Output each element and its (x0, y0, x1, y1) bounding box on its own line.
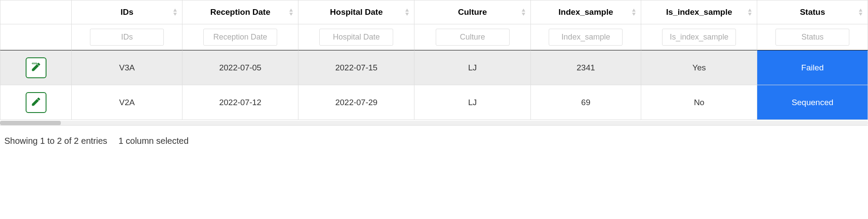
edit-button[interactable] (26, 92, 46, 113)
header-label: Is_index_sample (666, 7, 732, 17)
header-label: IDs (120, 7, 133, 17)
filter-row (0, 24, 868, 50)
cell-status[interactable]: Failed (757, 50, 868, 85)
header-label: Index_sample (559, 7, 613, 17)
header-ids[interactable]: IDs (72, 0, 182, 24)
header-index-sample[interactable]: Index_sample (531, 0, 642, 24)
cell-reception-date[interactable]: 2022-07-05 (182, 50, 298, 85)
header-culture[interactable]: Culture (414, 0, 530, 24)
sort-icon[interactable] (631, 7, 636, 17)
scrollbar-thumb[interactable] (0, 121, 61, 125)
filter-index-cell (531, 24, 642, 50)
table-scroll-container: IDs Reception Date Hospital Date (0, 0, 868, 126)
header-label: Culture (458, 7, 487, 17)
filter-hospital-date-input[interactable] (319, 29, 393, 46)
cell-index-sample[interactable]: 2341 (531, 50, 642, 85)
edit-button[interactable] (26, 57, 46, 78)
header-status[interactable]: Status (757, 0, 868, 24)
sort-icon[interactable] (858, 7, 863, 17)
sort-icon[interactable] (288, 7, 294, 17)
filter-is-index-sample-input[interactable] (662, 29, 736, 46)
cell-is-index-sample[interactable]: Yes (641, 50, 757, 85)
cell-edit (0, 85, 72, 120)
filter-isidx-cell (641, 24, 757, 50)
sort-icon[interactable] (747, 7, 752, 17)
filter-status-cell (757, 24, 868, 50)
header-label: Status (800, 7, 825, 17)
edit-icon (31, 96, 41, 108)
cell-hospital-date[interactable]: 2022-07-15 (298, 50, 414, 85)
filter-cult-cell (414, 24, 530, 50)
header-reception-date[interactable]: Reception Date (182, 0, 298, 24)
cell-culture[interactable]: LJ (414, 85, 530, 120)
cell-edit (0, 50, 72, 85)
entries-info: Showing 1 to 2 of 2 entries (4, 136, 107, 146)
cell-index-sample[interactable]: 69 (531, 85, 642, 120)
header-is-index-sample[interactable]: Is_index_sample (641, 0, 757, 24)
data-table: IDs Reception Date Hospital Date (0, 0, 868, 120)
sort-icon[interactable] (404, 7, 410, 17)
page-wrapper: IDs Reception Date Hospital Date (0, 0, 868, 150)
header-label: Reception Date (210, 7, 270, 17)
header-label: Hospital Date (330, 7, 383, 17)
header-hospital-date[interactable]: Hospital Date (298, 0, 414, 24)
filter-culture-input[interactable] (436, 29, 510, 46)
table-footer: Showing 1 to 2 of 2 entries 1 column sel… (0, 126, 868, 150)
cell-reception-date[interactable]: 2022-07-12 (182, 85, 298, 120)
filter-status-input[interactable] (775, 29, 849, 46)
edit-icon (31, 62, 41, 73)
filter-edit (0, 24, 72, 50)
filter-ids-input[interactable] (90, 29, 164, 46)
header-row: IDs Reception Date Hospital Date (0, 0, 868, 24)
cell-ids[interactable]: V2A (72, 85, 182, 120)
filter-hosp-cell (298, 24, 414, 50)
filter-recep-cell (182, 24, 298, 50)
horizontal-scrollbar[interactable] (0, 121, 868, 125)
selection-info: 1 column selected (119, 136, 189, 146)
header-edit (0, 0, 72, 24)
cell-is-index-sample[interactable]: No (641, 85, 757, 120)
cell-status[interactable]: Sequenced (757, 85, 868, 120)
cell-culture[interactable]: LJ (414, 50, 530, 85)
table-row[interactable]: V2A 2022-07-12 2022-07-29 LJ 69 No Seque… (0, 85, 868, 120)
sort-icon[interactable] (172, 7, 178, 17)
filter-reception-date-input[interactable] (203, 29, 277, 46)
sort-icon[interactable] (521, 7, 526, 17)
cell-ids[interactable]: V3A (72, 50, 182, 85)
filter-ids-cell (72, 24, 182, 50)
cell-hospital-date[interactable]: 2022-07-29 (298, 85, 414, 120)
filter-index-sample-input[interactable] (549, 29, 623, 46)
table-row[interactable]: V3A 2022-07-05 2022-07-15 LJ 2341 Yes Fa… (0, 50, 868, 85)
